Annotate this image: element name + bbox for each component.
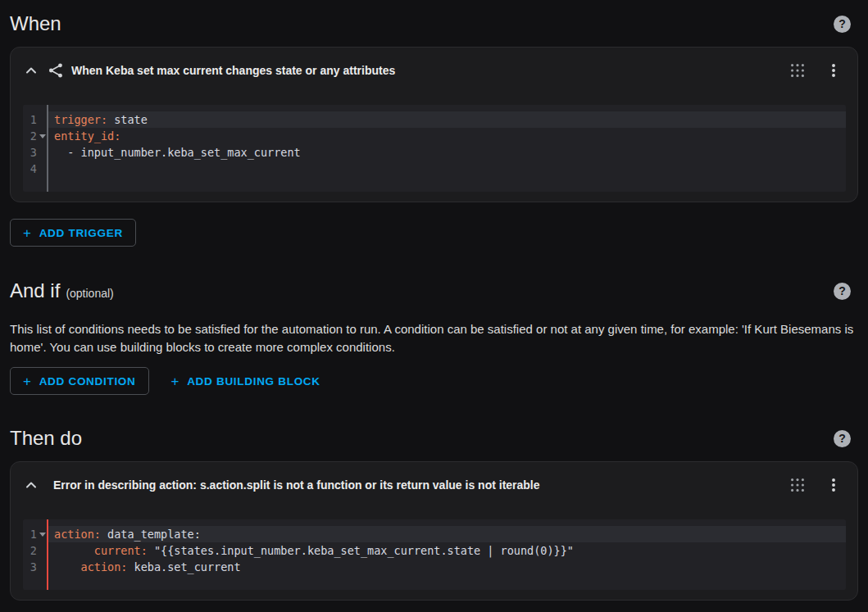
add-condition-label: ADD CONDITION [39, 375, 136, 388]
and-if-heading-label: And if [10, 279, 60, 302]
then-do-section-header: Then do ? [10, 424, 858, 452]
chevron-up-icon [21, 61, 41, 80]
state-trigger-icon [47, 61, 65, 79]
add-condition-button[interactable]: + ADD CONDITION [10, 367, 149, 395]
line-number: 1 [23, 526, 47, 542]
code-line [48, 161, 846, 177]
code-line: action: keba.set_current [48, 559, 846, 575]
grid-dots-icon [788, 476, 807, 494]
line-number: 3 [23, 559, 47, 575]
then-do-heading-label: Then do [10, 427, 82, 450]
action-card: Error in describing action: s.action.spl… [10, 461, 858, 601]
automation-editor: When ? [0, 0, 868, 601]
overflow-menu-button[interactable] [818, 55, 849, 86]
chevron-up-icon [21, 475, 41, 495]
then-do-heading: Then do [10, 427, 82, 450]
code-line: current: "{{states.input_number.keba_set… [48, 542, 846, 559]
then-do-help-button[interactable]: ? [834, 430, 851, 447]
reorder-button[interactable] [782, 55, 813, 86]
fold-arrow-icon[interactable] [39, 134, 46, 138]
and-if-help-button[interactable]: ? [834, 283, 851, 300]
conditions-description: This list of conditions needs to be sati… [10, 320, 858, 356]
reorder-button[interactable] [782, 469, 813, 501]
trigger-card-title: When Keba set max current changes state … [71, 64, 782, 77]
trigger-yaml-editor[interactable]: 1 2 3 4 trigger: state entity_id: - inpu… [23, 105, 846, 192]
code-line: - input_number.keba_set_max_current [48, 144, 846, 161]
code-line: entity_id: [48, 128, 846, 144]
optional-label: (optional) [66, 287, 113, 300]
plus-icon: + [23, 374, 32, 388]
plus-icon: + [171, 374, 180, 388]
line-number: 1 [23, 111, 47, 128]
editor-gutter: 1 2 3 4 [23, 105, 48, 192]
trigger-card: When Keba set max current changes state … [10, 47, 858, 202]
action-card-actions [782, 469, 849, 501]
line-number: 2 [23, 542, 47, 559]
when-heading-label: When [10, 12, 61, 35]
editor-code: action: data_template: current: "{{state… [48, 519, 846, 590]
collapse-button[interactable] [16, 469, 47, 501]
action-card-header: Error in describing action: s.action.spl… [11, 462, 857, 508]
action-yaml-editor[interactable]: 1 2 3 action: data_template: current: "{… [23, 519, 846, 590]
when-heading: When [10, 12, 61, 35]
when-help-button[interactable]: ? [834, 16, 851, 33]
fold-arrow-icon[interactable] [39, 533, 46, 537]
line-number: 2 [23, 128, 47, 144]
editor-gutter: 1 2 3 [23, 519, 48, 590]
help-icon: ? [838, 17, 846, 30]
plus-icon: + [23, 226, 32, 240]
add-trigger-button[interactable]: + ADD TRIGGER [10, 219, 136, 247]
add-building-block-button[interactable]: + ADD BUILDING BLOCK [159, 367, 333, 395]
kebab-menu-icon [825, 476, 843, 494]
line-number: 4 [23, 161, 47, 177]
grid-dots-icon [788, 61, 807, 79]
overflow-menu-button[interactable] [818, 469, 849, 501]
editor-code: trigger: state entity_id: - input_number… [48, 105, 846, 192]
code-line: trigger: state [48, 111, 846, 128]
collapse-button[interactable] [16, 55, 47, 86]
code-line: action: data_template: [48, 526, 846, 542]
action-card-title: Error in describing action: s.action.spl… [53, 478, 782, 492]
kebab-menu-icon [825, 61, 843, 79]
trigger-card-actions [782, 55, 849, 86]
trigger-card-header: When Keba set max current changes state … [11, 48, 857, 93]
and-if-section-header: And if (optional) ? [10, 277, 858, 305]
line-number: 3 [23, 144, 47, 161]
add-building-block-label: ADD BUILDING BLOCK [187, 375, 320, 388]
help-icon: ? [838, 432, 846, 445]
add-trigger-label: ADD TRIGGER [39, 227, 123, 239]
and-if-heading: And if (optional) [10, 279, 114, 302]
when-section-header: When ? [10, 10, 858, 38]
help-icon: ? [838, 284, 846, 297]
